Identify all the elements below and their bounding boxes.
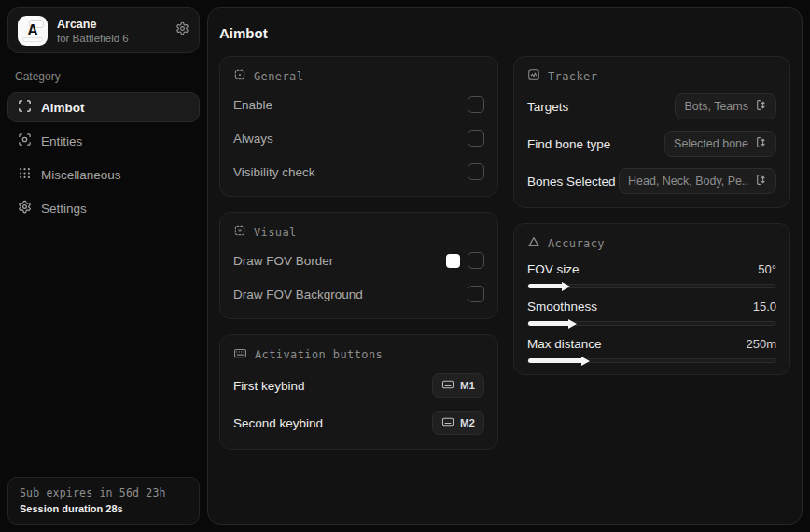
fov-size-slider-row: FOV size 50° xyxy=(527,262,776,288)
dropdown-value: Bots, Teams xyxy=(684,100,748,113)
slider-fill xyxy=(528,284,563,288)
bones-selected-dropdown[interactable]: Head, Neck, Body, Pe.. xyxy=(619,168,776,194)
draw-fov-border-checkbox[interactable] xyxy=(468,252,484,269)
setting-label: Always xyxy=(233,132,273,146)
section-title: Visual xyxy=(254,226,297,239)
setting-row: Enable xyxy=(233,91,484,118)
setting-label: Visibility check xyxy=(233,165,315,179)
dashed-square-dot-icon xyxy=(233,68,246,84)
session-duration-text: Session duration 28s xyxy=(20,503,188,514)
setting-row: Targets Bots, Teams xyxy=(527,91,776,121)
sidebar-item-aimbot[interactable]: Aimbot xyxy=(7,92,200,122)
scan-eye-icon xyxy=(18,133,32,149)
setting-label: FOV size xyxy=(527,262,580,276)
setting-row: Second keybind M2 xyxy=(233,408,484,438)
section-title: Accuracy xyxy=(548,237,605,250)
first-keybind-button[interactable]: M1 xyxy=(432,373,484,398)
sidebar-item-miscellaneous[interactable]: Miscellaneous xyxy=(7,160,200,189)
slider-fill xyxy=(528,321,569,326)
enable-checkbox[interactable] xyxy=(468,96,484,113)
slider-thumb[interactable] xyxy=(568,319,577,329)
setting-label: Find bone type xyxy=(527,137,610,151)
tracker-section: Tracker Targets Bots, Teams Find bone ty… xyxy=(513,56,790,208)
sidebar-item-entities[interactable]: Entities xyxy=(7,126,200,156)
keyboard-icon xyxy=(441,415,454,430)
setting-row: Visibility check xyxy=(233,159,484,185)
app-name: Arcane xyxy=(57,18,166,31)
setting-label: Draw FOV Background xyxy=(233,287,363,301)
fov-size-value: 50° xyxy=(758,262,776,276)
section-title: Tracker xyxy=(548,70,597,83)
sub-expires-text: Sub expires in 56d 23h xyxy=(20,486,188,499)
dropdown-value: Head, Neck, Body, Pe.. xyxy=(628,175,748,188)
sidebar-item-label: Settings xyxy=(41,202,87,216)
setting-label: Enable xyxy=(233,98,272,112)
setting-label: Bones Selected xyxy=(527,175,616,189)
header-settings-button[interactable] xyxy=(175,21,189,39)
general-section: General Enable Always Visibility check xyxy=(219,56,498,197)
app-logo: A xyxy=(18,16,48,46)
grid-dots-icon xyxy=(18,166,32,183)
max-distance-value: 250m xyxy=(746,337,776,351)
main-panel: Aimbot General Enable Always xyxy=(207,7,803,525)
setting-row: Bones Selected Head, Neck, Body, Pe.. xyxy=(527,166,776,196)
app-header-card: A Arcane for Battlefield 6 xyxy=(7,7,200,53)
keyboard-icon xyxy=(233,346,247,363)
setting-label: Second keybind xyxy=(233,416,323,430)
setting-row: Draw FOV Border xyxy=(233,247,484,273)
general-section-header: General xyxy=(233,68,484,84)
sidebar-item-label: Miscellaneous xyxy=(41,168,121,182)
draw-fov-background-checkbox[interactable] xyxy=(468,286,484,302)
setting-label: First keybind xyxy=(233,379,305,393)
fov-size-slider[interactable] xyxy=(527,284,776,288)
visibility-check-checkbox[interactable] xyxy=(468,163,484,180)
sidebar: A Arcane for Battlefield 6 Category Aimb… xyxy=(0,0,207,532)
setting-row: Draw FOV Background xyxy=(233,281,484,307)
scan-icon xyxy=(18,99,32,116)
setting-label: Smoothness xyxy=(527,300,597,314)
slider-fill xyxy=(528,358,582,363)
setting-row: Always xyxy=(233,125,484,151)
activation-section-header: Activation buttons xyxy=(233,346,484,363)
find-bone-type-dropdown[interactable]: Selected bone xyxy=(664,131,776,157)
unfold-vertical-icon xyxy=(755,99,767,114)
max-distance-slider-row: Max distance 250m xyxy=(527,337,776,363)
targets-dropdown[interactable]: Bots, Teams xyxy=(675,93,776,119)
activation-buttons-section: Activation buttons First keybind M1 Seco… xyxy=(219,334,498,450)
tracker-section-header: Tracker xyxy=(527,68,776,84)
unfold-vertical-icon xyxy=(755,174,767,189)
visual-section: Visual Draw FOV Border Draw FOV Backgrou… xyxy=(219,212,498,319)
max-distance-slider[interactable] xyxy=(527,358,776,363)
accuracy-section: Accuracy FOV size 50° Smoothne xyxy=(513,223,790,375)
fov-border-color-swatch[interactable] xyxy=(446,254,460,268)
logo-letter: A xyxy=(27,22,38,39)
smoothness-slider[interactable] xyxy=(527,321,776,326)
page-title: Aimbot xyxy=(219,25,790,41)
always-checkbox[interactable] xyxy=(468,130,484,147)
sidebar-item-label: Aimbot xyxy=(41,101,85,115)
sidebar-item-settings[interactable]: Settings xyxy=(7,193,200,223)
setting-label: Max distance xyxy=(527,337,602,351)
keyboard-icon xyxy=(441,378,454,393)
visual-section-header: Visual xyxy=(233,224,484,240)
subscription-info-card: Sub expires in 56d 23h Session duration … xyxy=(7,477,200,525)
activity-square-icon xyxy=(527,68,540,84)
dashed-square-sparkle-icon xyxy=(233,224,246,240)
smoothness-slider-row: Smoothness 15.0 xyxy=(527,300,776,326)
gear-icon xyxy=(18,200,32,217)
setting-label: Targets xyxy=(527,100,568,114)
slider-thumb[interactable] xyxy=(581,357,590,366)
sidebar-nav: Aimbot Entities Miscellaneous Settings xyxy=(7,92,200,223)
keybind-value: M1 xyxy=(460,380,475,391)
accuracy-section-header: Accuracy xyxy=(527,235,776,251)
slider-thumb[interactable] xyxy=(562,282,570,291)
second-keybind-button[interactable]: M2 xyxy=(432,411,484,435)
app-header-text: Arcane for Battlefield 6 xyxy=(57,18,166,44)
sidebar-item-label: Entities xyxy=(41,134,82,148)
setting-row: Find bone type Selected bone xyxy=(527,129,776,159)
gear-icon xyxy=(175,21,189,39)
triangle-icon xyxy=(527,235,540,251)
section-title: General xyxy=(254,70,303,83)
setting-row: First keybind M1 xyxy=(233,371,484,400)
dropdown-value: Selected bone xyxy=(674,137,748,150)
